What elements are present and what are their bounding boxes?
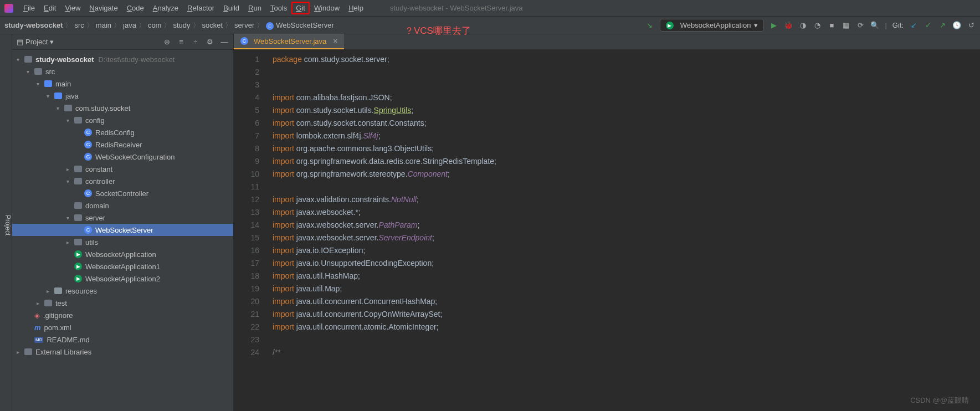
git-rollback-icon[interactable]: ↺ — [967, 21, 976, 30]
tree-item-RedisConfig[interactable]: CRedisConfig — [12, 126, 233, 138]
tree-item-config[interactable]: ▾config — [12, 114, 233, 126]
menu-analyze[interactable]: Analyze — [148, 2, 183, 14]
project-tool-window-tab[interactable]: Project — [0, 34, 12, 411]
menu-git[interactable]: Git — [291, 2, 310, 14]
tree-item-test[interactable]: ▸test — [12, 297, 233, 309]
tree-item-WebsocketApplication[interactable]: ▶WebsocketApplication — [12, 248, 233, 260]
close-icon[interactable]: × — [333, 37, 337, 45]
locate-icon[interactable]: ⊕ — [162, 38, 171, 47]
project-panel: ▤ Project ▾ ⊕ ≡ ÷ ⚙ — ▾study-websocketD:… — [12, 34, 234, 411]
window-title: study-websocket - WebSocketServer.java — [390, 4, 523, 12]
search-button[interactable]: 🔍 — [870, 21, 879, 30]
breadcrumb-item[interactable]: src — [74, 21, 84, 29]
project-view-icon: ▤ — [17, 38, 23, 46]
build-icon[interactable]: ↘ — [645, 21, 654, 30]
gutter: 123456789101112131415161718192021222324 — [234, 50, 267, 411]
tree-item-main[interactable]: ▾main — [12, 78, 233, 90]
tree-item-README.md[interactable]: MDREADME.md — [12, 333, 233, 346]
menu-tools[interactable]: Tools — [266, 2, 291, 14]
tree-item-src[interactable]: ▾src — [12, 65, 233, 78]
coverage-button[interactable]: ◑ — [798, 21, 807, 30]
project-panel-title[interactable]: ▤ Project ▾ — [17, 38, 159, 46]
tree-root[interactable]: ▾study-websocketD:\test\study-websocket — [12, 53, 233, 65]
code-content[interactable]: package com.study.socket.server; import … — [267, 50, 980, 411]
tree-item-server[interactable]: ▾server — [12, 212, 233, 224]
editor-tab-active[interactable]: C WebSocketServer.java × — [234, 34, 344, 49]
update-button[interactable]: ⟳ — [856, 21, 865, 30]
menu-navigate[interactable]: Navigate — [85, 2, 122, 14]
menu-view[interactable]: View — [60, 2, 85, 14]
tree-item-SocketController[interactable]: CSocketController — [12, 187, 233, 199]
menu-build[interactable]: Build — [219, 2, 244, 14]
settings-icon[interactable]: ⚙ — [206, 38, 214, 47]
breadcrumb-item[interactable]: study — [173, 21, 190, 29]
main-menu: FileEditViewNavigateCodeAnalyzeRefactorB… — [19, 2, 368, 14]
tree-item-WebSocketServer[interactable]: CWebSocketServer — [12, 224, 233, 236]
project-tree[interactable]: ▾study-websocketD:\test\study-websocket▾… — [12, 50, 233, 411]
git-history-icon[interactable]: 🕓 — [952, 21, 961, 30]
profile-button[interactable]: ◔ — [813, 21, 822, 30]
breadcrumb-item[interactable]: main — [96, 21, 111, 29]
menu-code[interactable]: Code — [122, 2, 148, 14]
tree-item-WebsocketApplication2[interactable]: ▶WebsocketApplication2 — [12, 273, 233, 285]
toolbar: study-websocket〉src〉main〉java〉com〉study〉… — [0, 17, 980, 34]
tree-item-resources[interactable]: ▸resources — [12, 285, 233, 297]
breadcrumb-item[interactable]: java — [123, 21, 136, 29]
breadcrumb-item[interactable]: server — [234, 21, 254, 29]
tree-item-java[interactable]: ▾java — [12, 90, 233, 102]
editor: C WebSocketServer.java × 123456789101112… — [234, 34, 980, 411]
class-icon: C — [240, 37, 248, 45]
tree-item-controller[interactable]: ▾controller — [12, 175, 233, 187]
tree-item-com.study.socket[interactable]: ▾com.study.socket — [12, 102, 233, 114]
editor-tabs: C WebSocketServer.java × — [234, 34, 980, 50]
tree-external-libs[interactable]: ▸External Libraries — [12, 346, 233, 358]
app-icon — [4, 4, 13, 13]
tree-item-WebsocketApplication1[interactable]: ▶WebsocketApplication1 — [12, 260, 233, 273]
tree-item-WebSocketConfiguration[interactable]: CWebSocketConfiguration — [12, 151, 233, 163]
panel-label: Project — [25, 38, 48, 46]
watermark: CSDN @@蓝眼睛 — [910, 395, 969, 405]
git-push-icon[interactable]: ↗ — [938, 21, 947, 30]
collapse-icon[interactable]: ÷ — [191, 38, 200, 47]
menu-file[interactable]: File — [19, 2, 39, 14]
expand-icon[interactable]: ≡ — [177, 38, 186, 47]
stop-button[interactable]: ■ — [827, 21, 836, 30]
git-pull-icon[interactable]: ↙ — [909, 21, 918, 30]
debug-button[interactable]: 🐞 — [784, 21, 793, 30]
chevron-down-icon: ▾ — [754, 21, 758, 29]
titlebar: FileEditViewNavigateCodeAnalyzeRefactorB… — [0, 0, 980, 17]
hide-icon[interactable]: — — [220, 38, 229, 47]
tree-item-.gitignore[interactable]: ◈.gitignore — [12, 309, 233, 321]
tree-item-RedisReceiver[interactable]: CRedisReceiver — [12, 138, 233, 151]
run-configuration-selector[interactable]: ▶ WebsocketApplication ▾ — [660, 19, 764, 32]
tree-item-pom.xml[interactable]: mpom.xml — [12, 321, 233, 333]
menu-edit[interactable]: Edit — [39, 2, 60, 14]
chevron-down-icon: ▾ — [50, 38, 54, 46]
more-button[interactable]: ▦ — [842, 21, 850, 30]
menu-help[interactable]: Help — [344, 2, 368, 14]
tree-item-constant[interactable]: ▸constant — [12, 163, 233, 175]
run-button[interactable]: ▶ — [769, 21, 778, 30]
breadcrumb-item[interactable]: study-websocket — [4, 21, 63, 29]
tab-label: WebSocketServer.java — [254, 37, 326, 45]
run-config-label: WebsocketApplication — [680, 21, 751, 29]
git-commit-icon[interactable]: ✓ — [923, 21, 932, 30]
annotation-text: ？VCS哪里去了 — [404, 24, 471, 37]
project-panel-header: ▤ Project ▾ ⊕ ≡ ÷ ⚙ — — [12, 34, 233, 50]
run-icon: ▶ — [666, 22, 674, 29]
main-area: Project ▤ Project ▾ ⊕ ≡ ÷ ⚙ — ▾study-web… — [0, 34, 980, 411]
git-label: Git: — [892, 21, 904, 29]
menu-refactor[interactable]: Refactor — [183, 2, 219, 14]
menu-window[interactable]: Window — [310, 2, 344, 14]
menu-run[interactable]: Run — [244, 2, 266, 14]
breadcrumb-item[interactable]: socket — [202, 21, 223, 29]
code-area[interactable]: 123456789101112131415161718192021222324 … — [234, 50, 980, 411]
toolbar-right: ↘ ▶ WebsocketApplication ▾ ▶ 🐞 ◑ ◔ ■ ▦ ⟳… — [645, 19, 976, 32]
breadcrumb[interactable]: study-websocket〉src〉main〉java〉com〉study〉… — [4, 20, 334, 30]
tree-item-domain[interactable]: domain — [12, 199, 233, 212]
breadcrumb-item[interactable]: com — [148, 21, 162, 29]
breadcrumb-item[interactable]: CWebSocketServer — [266, 21, 334, 30]
tree-item-utils[interactable]: ▸utils — [12, 236, 233, 248]
